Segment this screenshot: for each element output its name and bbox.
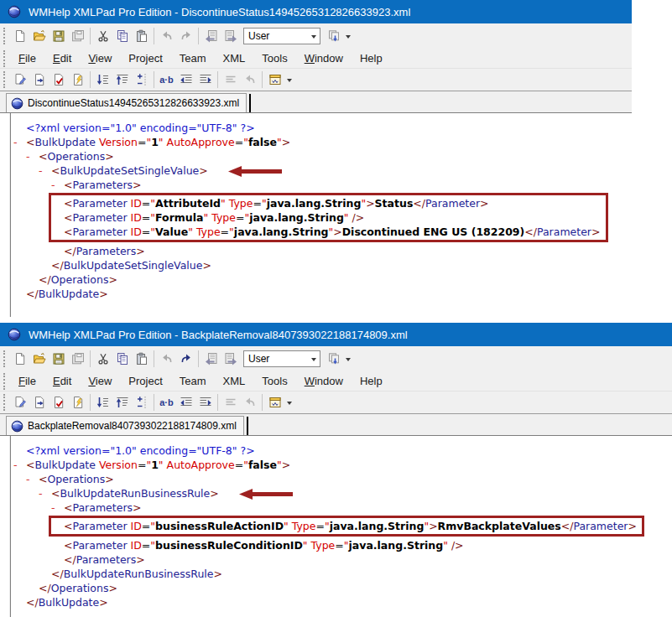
menu-item-edit[interactable]: Edit bbox=[44, 52, 80, 65]
toolbar-grip[interactable] bbox=[3, 28, 7, 44]
decrease-indent-button[interactable] bbox=[176, 393, 195, 412]
menu-item-window[interactable]: Window bbox=[296, 375, 352, 387]
validate-button[interactable] bbox=[49, 70, 68, 89]
xml-code-line: <Parameter ID="businessRuleActionID" Typ… bbox=[51, 519, 637, 533]
toolbar-overflow-button[interactable] bbox=[284, 393, 294, 412]
format-indent-button[interactable] bbox=[93, 393, 112, 412]
edit-schema-button[interactable] bbox=[10, 393, 29, 412]
copy-button[interactable] bbox=[112, 350, 132, 368]
increase-indent-button[interactable] bbox=[195, 393, 215, 412]
check-in-button[interactable] bbox=[221, 27, 240, 45]
menu-item-project[interactable]: Project bbox=[120, 375, 170, 387]
menu-item-tools[interactable]: Tools bbox=[253, 375, 295, 387]
copy-button[interactable] bbox=[112, 27, 132, 45]
check-in-button[interactable] bbox=[221, 350, 240, 368]
toolbar-grip[interactable] bbox=[3, 394, 7, 411]
menu-item-help[interactable]: Help bbox=[352, 375, 391, 387]
cut-button[interactable] bbox=[93, 350, 112, 368]
toolbar-overflow-button[interactable] bbox=[343, 27, 353, 45]
format-unindent-button[interactable] bbox=[112, 70, 132, 89]
quick-validate-button[interactable] bbox=[68, 393, 87, 412]
collapse-marker[interactable]: - bbox=[26, 472, 39, 486]
redo-button[interactable] bbox=[176, 350, 195, 368]
undo-button[interactable] bbox=[157, 350, 176, 368]
collapse-marker[interactable]: - bbox=[13, 135, 26, 149]
user-combobox[interactable]: User bbox=[243, 28, 320, 44]
menubar-grip[interactable] bbox=[3, 373, 7, 390]
revert-button[interactable] bbox=[240, 393, 259, 412]
toolbar-grip[interactable] bbox=[3, 71, 7, 88]
xmlpad-window-top: WMHelp XMLPad Pro Edition - DiscontinueS… bbox=[0, 0, 632, 317]
toolbar-separator bbox=[198, 28, 199, 44]
undo-button[interactable] bbox=[157, 27, 176, 45]
collapse-marker[interactable]: - bbox=[13, 458, 26, 472]
new-file-button[interactable] bbox=[10, 350, 29, 368]
new-file-button[interactable] bbox=[10, 27, 29, 45]
paste-button[interactable] bbox=[132, 27, 151, 45]
open-file-button[interactable] bbox=[29, 27, 49, 45]
expand-collapse-button[interactable] bbox=[132, 393, 151, 412]
validate-next-button[interactable] bbox=[29, 70, 49, 89]
word-wrap-button[interactable]: a·b bbox=[157, 70, 176, 89]
combobox-dropdown-button[interactable] bbox=[308, 29, 320, 44]
menu-item-help[interactable]: Help bbox=[352, 52, 391, 65]
expand-collapse-button[interactable] bbox=[132, 70, 151, 89]
decrease-indent-button[interactable] bbox=[176, 70, 195, 89]
menu-item-view[interactable]: View bbox=[80, 375, 120, 387]
toolbar-grip[interactable] bbox=[3, 350, 7, 367]
menu-item-tools[interactable]: Tools bbox=[253, 52, 295, 65]
collapse-marker[interactable]: - bbox=[39, 486, 51, 500]
toolbar-separator bbox=[90, 28, 91, 44]
chevron-down-icon bbox=[346, 358, 351, 364]
collapse-marker[interactable]: - bbox=[26, 149, 39, 163]
menu-item-xml[interactable]: XML bbox=[215, 52, 254, 65]
menubar-grip[interactable] bbox=[3, 50, 7, 67]
redo-button[interactable] bbox=[176, 27, 195, 45]
check-out-button[interactable] bbox=[201, 27, 221, 45]
open-file-button[interactable] bbox=[29, 350, 49, 368]
menu-item-project[interactable]: Project bbox=[120, 52, 170, 65]
format-indent-button[interactable] bbox=[93, 70, 112, 89]
paste-button[interactable] bbox=[132, 350, 151, 368]
align-button[interactable] bbox=[221, 70, 240, 89]
menu-item-xml[interactable]: XML bbox=[215, 375, 254, 387]
menu-item-window[interactable]: Window bbox=[296, 52, 352, 65]
menu-item-file[interactable]: File bbox=[10, 52, 44, 65]
align-button[interactable] bbox=[221, 393, 240, 412]
menu-item-edit[interactable]: Edit bbox=[44, 375, 80, 387]
collapse-marker[interactable]: - bbox=[39, 163, 51, 178]
chevron-down-icon bbox=[287, 79, 292, 85]
cut-button[interactable] bbox=[93, 27, 112, 45]
format-unindent-button[interactable] bbox=[112, 393, 132, 412]
save-all-button[interactable] bbox=[68, 350, 87, 368]
toolbar-overflow-button[interactable] bbox=[284, 70, 294, 89]
word-wrap-button[interactable]: a·b bbox=[157, 393, 176, 412]
menu-item-team[interactable]: Team bbox=[171, 52, 215, 65]
collapse-marker[interactable]: - bbox=[51, 500, 64, 515]
menu-item-view[interactable]: View bbox=[80, 52, 120, 65]
save-all-button[interactable] bbox=[68, 27, 87, 45]
xml-editor[interactable]: <?xml version="1.0" encoding="UTF-8" ?>-… bbox=[10, 436, 672, 617]
toolbar-overflow-button[interactable] bbox=[343, 350, 353, 368]
schema-wizard-button[interactable] bbox=[265, 70, 284, 89]
document-tab[interactable]: DiscontinueStatus14945265312826633923.xm… bbox=[6, 93, 247, 112]
validate-button[interactable] bbox=[49, 393, 68, 412]
collapse-marker[interactable]: - bbox=[51, 178, 64, 192]
validate-next-button[interactable] bbox=[29, 393, 49, 412]
user-combobox[interactable]: User bbox=[243, 350, 320, 367]
quick-validate-button[interactable] bbox=[68, 70, 87, 89]
xml-editor[interactable]: <?xml version="1.0" encoding="UTF-8" ?>-… bbox=[10, 113, 632, 317]
transform-button[interactable] bbox=[324, 27, 343, 45]
revert-button[interactable] bbox=[240, 70, 259, 89]
edit-schema-button[interactable] bbox=[10, 70, 29, 89]
save-button[interactable] bbox=[49, 27, 68, 45]
check-out-button[interactable] bbox=[201, 350, 221, 368]
save-button[interactable] bbox=[49, 350, 68, 368]
combobox-dropdown-button[interactable] bbox=[308, 351, 320, 366]
schema-wizard-button[interactable] bbox=[265, 393, 284, 412]
document-tab[interactable]: BackplateRemoval8407393022188174809.xml bbox=[6, 416, 244, 435]
menu-item-team[interactable]: Team bbox=[171, 375, 215, 387]
transform-button[interactable] bbox=[324, 350, 343, 368]
increase-indent-button[interactable] bbox=[195, 70, 215, 89]
menu-item-file[interactable]: File bbox=[10, 375, 44, 387]
